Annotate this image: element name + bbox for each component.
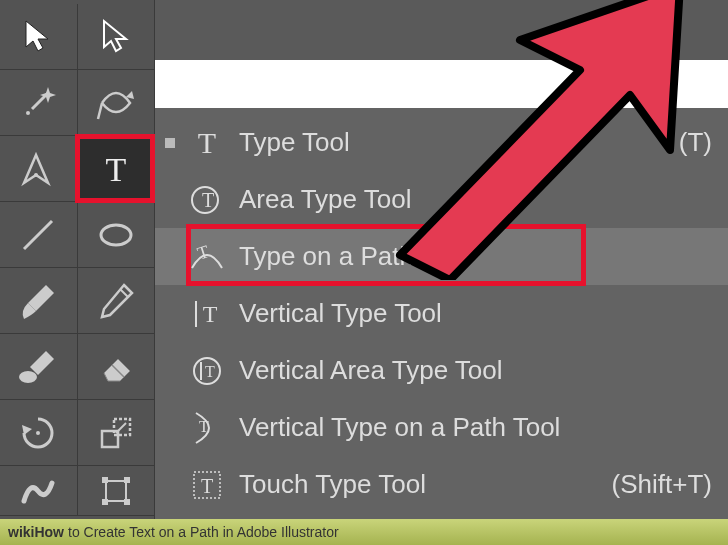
- svg-text:T: T: [198, 126, 216, 159]
- canvas-area: [155, 60, 728, 108]
- svg-rect-16: [102, 499, 108, 505]
- svg-line-6: [120, 289, 128, 297]
- lasso-tool[interactable]: [78, 70, 155, 135]
- type-tool-flyout: T Type Tool (T) T Area Type Tool T Type …: [155, 108, 728, 519]
- caption-bar: wikiHow to Create Text on a Path in Adob…: [0, 519, 728, 545]
- flyout-label: Type Tool: [239, 127, 665, 158]
- svg-rect-15: [124, 477, 130, 483]
- indicator: [165, 480, 175, 490]
- svg-line-12: [116, 423, 126, 433]
- svg-text:T: T: [199, 418, 209, 435]
- magic-wand-tool[interactable]: [0, 70, 78, 135]
- shortcut-label: (Shift+T): [612, 469, 728, 500]
- flyout-label: Type on a Path Tool: [239, 241, 728, 272]
- svg-rect-13: [106, 481, 126, 501]
- eraser-tool[interactable]: [78, 334, 155, 399]
- active-indicator: [165, 138, 175, 148]
- type-tool-icon: T: [189, 125, 225, 161]
- type-tool[interactable]: T: [78, 136, 155, 201]
- svg-text:T: T: [201, 475, 213, 497]
- svg-rect-10: [102, 431, 118, 447]
- flyout-label: Touch Type Tool: [239, 469, 598, 500]
- svg-point-2: [34, 173, 38, 177]
- flyout-item-type-on-path[interactable]: T Type on a Path Tool: [155, 228, 728, 285]
- flyout-item-touch-type[interactable]: T Touch Type Tool (Shift+T): [155, 456, 728, 513]
- vertical-area-type-icon: T: [189, 353, 225, 389]
- svg-rect-17: [124, 499, 130, 505]
- caption-brand: wikiHow: [8, 524, 64, 540]
- type-on-path-icon: T: [189, 239, 225, 275]
- scale-tool[interactable]: [78, 400, 155, 465]
- svg-text:T: T: [202, 189, 214, 211]
- line-segment-tool[interactable]: [0, 202, 78, 267]
- width-tool[interactable]: [0, 466, 78, 515]
- svg-text:T: T: [205, 363, 215, 380]
- svg-line-4: [24, 221, 52, 249]
- indicator: [165, 423, 175, 433]
- indicator: [165, 309, 175, 319]
- flyout-item-vertical-area-type[interactable]: T Vertical Area Type Tool: [155, 342, 728, 399]
- caption-text: to Create Text on a Path in Adobe Illust…: [68, 524, 339, 540]
- free-transform-tool[interactable]: [78, 466, 155, 515]
- vertical-type-icon: T: [189, 296, 225, 332]
- pen-tool[interactable]: [0, 136, 78, 201]
- touch-type-icon: T: [189, 467, 225, 503]
- indicator: [165, 252, 175, 262]
- svg-rect-14: [102, 477, 108, 483]
- direct-selection-tool[interactable]: [78, 4, 155, 69]
- svg-text:T: T: [105, 151, 126, 188]
- flyout-item-vertical-type-on-path[interactable]: T Vertical Type on a Path Tool: [155, 399, 728, 456]
- flyout-item-vertical-type[interactable]: T Vertical Type Tool: [155, 285, 728, 342]
- svg-text:T: T: [203, 301, 218, 327]
- area-type-icon: T: [189, 182, 225, 218]
- paintbrush-tool[interactable]: [0, 268, 78, 333]
- flyout-item-type[interactable]: T Type Tool (T): [155, 114, 728, 171]
- flyout-item-area-type[interactable]: T Area Type Tool: [155, 171, 728, 228]
- indicator: [165, 366, 175, 376]
- shortcut-label: (T): [679, 127, 728, 158]
- svg-point-9: [36, 431, 40, 435]
- selection-tool[interactable]: [0, 4, 78, 69]
- pencil-tool[interactable]: [78, 268, 155, 333]
- tools-panel: T: [0, 0, 155, 545]
- vertical-type-on-path-icon: T: [189, 410, 225, 446]
- flyout-label: Area Type Tool: [239, 184, 728, 215]
- flyout-label: Vertical Area Type Tool: [239, 355, 728, 386]
- indicator: [165, 195, 175, 205]
- svg-point-5: [101, 225, 131, 245]
- flyout-label: Vertical Type on a Path Tool: [239, 412, 728, 443]
- rotate-tool[interactable]: [0, 400, 78, 465]
- flyout-label: Vertical Type Tool: [239, 298, 728, 329]
- ellipse-tool[interactable]: [78, 202, 155, 267]
- svg-point-1: [26, 111, 30, 115]
- svg-point-7: [19, 371, 37, 383]
- blob-brush-tool[interactable]: [0, 334, 78, 399]
